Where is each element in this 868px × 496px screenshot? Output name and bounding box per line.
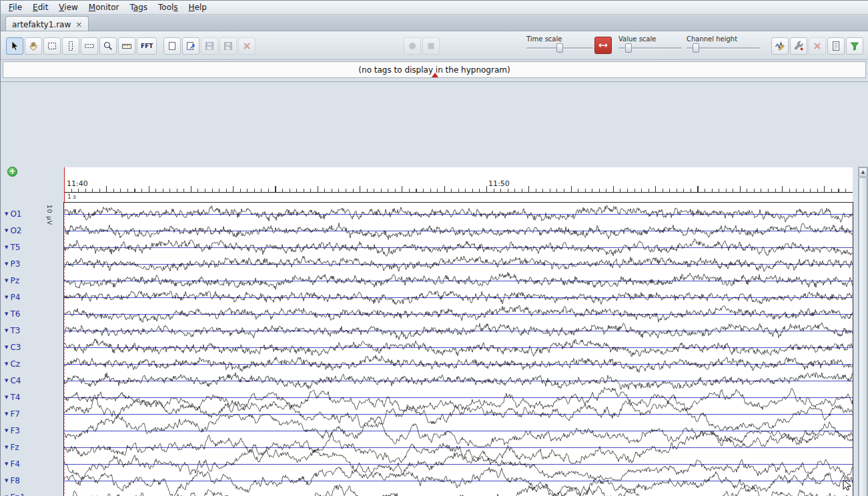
edit-montage-button[interactable]	[771, 37, 789, 55]
channel-label-O2[interactable]: ▼O2	[5, 225, 21, 236]
channel-expand-icon[interactable]: ▼	[5, 411, 8, 417]
channel-expand-icon[interactable]: ▼	[5, 311, 8, 317]
channel-name: F3	[10, 426, 20, 435]
montage-signal-icon	[775, 41, 785, 51]
channel-label-Cz[interactable]: ▼Cz	[5, 359, 20, 369]
vertical-scrollbar-thumb[interactable]	[859, 177, 867, 496]
menu-bar: FileEditViewMonitorTagsToolsHelp	[1, 1, 868, 15]
channel-expand-icon[interactable]: ▼	[5, 378, 8, 383]
hand-pan-button[interactable]	[25, 37, 42, 55]
channel-expand-icon[interactable]: ▼	[5, 445, 8, 450]
signal-tools-button[interactable]	[790, 37, 807, 55]
channel-name: P3	[10, 259, 20, 269]
channel-expand-icon[interactable]: ▼	[5, 261, 8, 267]
channel-label-O1[interactable]: ▼O1	[5, 209, 21, 219]
menu-help[interactable]: Help	[183, 1, 212, 13]
close-view-button[interactable]	[809, 37, 826, 55]
channel-expand-icon[interactable]: ▼	[5, 461, 8, 467]
fft-button[interactable]: FFT	[137, 37, 157, 55]
channel-name: F8	[10, 476, 20, 485]
channel-height-slider[interactable]	[687, 47, 760, 49]
signal-plot-canvas[interactable]	[64, 203, 853, 496]
channel-expand-icon[interactable]: ▼	[5, 228, 8, 233]
channel-expand-icon[interactable]: ▼	[5, 345, 8, 350]
channel-name: C3	[10, 343, 21, 352]
channel-expand-icon[interactable]: ▼	[5, 245, 8, 250]
save-icon	[204, 41, 215, 51]
remove-tag-button[interactable]	[238, 37, 256, 55]
channel-expand-icon[interactable]: ▼	[5, 328, 8, 333]
menu-edit[interactable]: Edit	[27, 1, 53, 13]
channel-expand-icon[interactable]: ▼	[5, 428, 8, 433]
stop-button[interactable]	[422, 37, 440, 55]
channel-label-F4[interactable]: ▼F4	[5, 459, 20, 469]
ruler-button[interactable]	[118, 37, 135, 55]
row-select-icon	[84, 41, 95, 51]
channel-label-P3[interactable]: ▼P3	[5, 259, 20, 269]
row-select-button[interactable]	[81, 37, 98, 55]
channel-label-Pz[interactable]: ▼Pz	[5, 275, 19, 286]
channel-label-F3[interactable]: ▼F3	[5, 425, 20, 436]
channel-label-T3[interactable]: ▼T3	[5, 325, 20, 336]
channel-label-T5[interactable]: ▼T5	[5, 242, 20, 253]
channel-expand-icon[interactable]: ▼	[5, 211, 8, 217]
column-select-button[interactable]	[62, 37, 79, 55]
channel-label-F7[interactable]: ▼F7	[5, 409, 20, 419]
value-scale-slider-block: Value scale	[618, 35, 682, 57]
channel-label-F8[interactable]: ▼F8	[5, 475, 20, 486]
menu-tags[interactable]: Tags	[124, 1, 153, 13]
hypnogram-position-marker	[432, 73, 438, 77]
hypnogram-strip[interactable]: (no tags to display in the hypnogram)	[3, 61, 866, 78]
open-tag-button[interactable]	[182, 37, 199, 55]
stop-square-icon	[426, 41, 436, 51]
vertical-scrollbar[interactable]: ▲ ▼	[858, 167, 868, 496]
tab-close-icon[interactable]: ×	[75, 21, 82, 28]
channel-label-T6[interactable]: ▼T6	[5, 309, 20, 319]
scroll-up-button[interactable]: ▲	[859, 167, 867, 177]
channel-name: Fz	[10, 443, 19, 452]
tab-artefakty1-raw[interactable]: artefakty1.raw ×	[5, 16, 89, 31]
marquee-select-button[interactable]	[43, 37, 61, 55]
add-channel-button[interactable]: +	[7, 167, 17, 177]
value-scale-slider-label: Value scale	[618, 35, 682, 43]
channel-label-C4[interactable]: ▼C4	[5, 375, 21, 386]
menu-monitor[interactable]: Monitor	[83, 1, 125, 13]
time-scale-slider-thumb[interactable]	[556, 43, 563, 53]
channel-name: O2	[10, 226, 21, 235]
time-scale-slider[interactable]	[526, 47, 593, 49]
channel-height-slider-thumb[interactable]	[693, 43, 699, 53]
channel-expand-icon[interactable]: ▼	[5, 295, 8, 300]
menu-file[interactable]: File	[3, 1, 27, 13]
menu-view[interactable]: View	[53, 1, 83, 13]
channel-name: C4	[10, 376, 21, 385]
channel-label-T4[interactable]: ▼T4	[5, 392, 20, 403]
menu-tools[interactable]: Tools	[153, 1, 183, 13]
value-scale-slider[interactable]	[618, 47, 682, 49]
toolbar-group-tools: FFT	[6, 37, 157, 55]
document-info-button[interactable]	[827, 37, 845, 55]
select-tool-button[interactable]	[6, 37, 23, 55]
channel-label-Fz[interactable]: ▼Fz	[5, 442, 19, 453]
time-ruler[interactable]: 11:4011:50	[64, 167, 853, 193]
channel-expand-icon[interactable]: ▼	[5, 361, 8, 367]
channel-label-C3[interactable]: ▼C3	[5, 342, 21, 353]
remove-cross-icon	[812, 41, 823, 51]
channel-label-P4[interactable]: ▼P4	[5, 292, 20, 303]
channel-label-Fp1[interactable]: ▼Fp1	[5, 492, 25, 496]
remove-cross-icon	[242, 41, 252, 51]
time-cursor-line	[64, 167, 65, 203]
channel-expand-icon[interactable]: ▼	[5, 478, 8, 483]
toolbar-group-monitor	[404, 37, 440, 55]
filter-button[interactable]	[846, 37, 863, 55]
new-tag-button[interactable]	[163, 37, 181, 55]
value-scale-slider-thumb[interactable]	[625, 43, 632, 53]
save-tag-as-button[interactable]	[220, 37, 237, 55]
snap-page-button[interactable]	[594, 37, 612, 54]
channel-expand-icon[interactable]: ▼	[5, 278, 8, 283]
channel-expand-icon[interactable]: ▼	[5, 395, 8, 400]
zoom-button[interactable]	[99, 37, 117, 55]
signal-plot-area[interactable]	[63, 202, 853, 496]
save-tag-button[interactable]	[201, 37, 218, 55]
channel-name: O1	[10, 209, 21, 219]
record-button[interactable]	[404, 37, 421, 55]
